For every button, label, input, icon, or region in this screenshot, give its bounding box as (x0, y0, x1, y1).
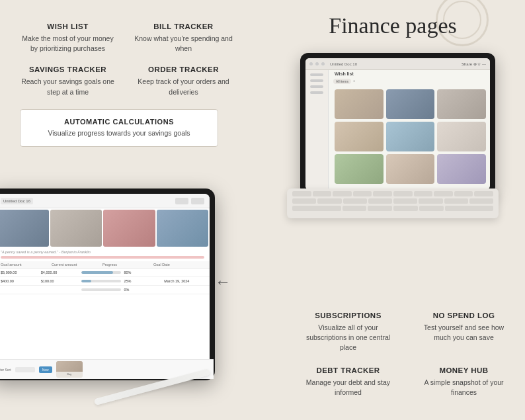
feature-money-hub: MONEY HUB A simple snapshot of your fina… (409, 364, 518, 400)
tablet-img-7 (335, 154, 384, 184)
sidebar-dot-2 (310, 79, 323, 82)
key (317, 198, 341, 204)
key (474, 191, 493, 196)
ss-share-btn[interactable] (175, 198, 188, 204)
wish-list-desc: Make the most of your money by prioritiz… (19, 34, 117, 54)
tablet-sidebar (305, 70, 329, 190)
features-left: WISH LIST Make the most of your money by… (0, 7, 251, 147)
spreadsheet-screen: Untitled Doc 16 "A penny saved is a penn… (0, 194, 210, 375)
key (313, 191, 332, 196)
ss-quote: "A penny saved is a penny earned." - Ben… (0, 248, 210, 256)
ss-thumbnail: Bag (56, 361, 83, 375)
tablet-img-8 (386, 154, 435, 184)
key (469, 198, 493, 204)
table-row-1: $5,000.00 $4,000.00 80% (0, 269, 210, 277)
key (419, 206, 444, 211)
sidebar-dot-3 (310, 85, 323, 88)
auto-calc-title: AUTOMATIC CALCULATIONS (32, 118, 206, 126)
key-row-2 (292, 198, 493, 204)
key (292, 191, 311, 196)
ss-col-goal: Goal amount (1, 263, 52, 267)
ss-header: Untitled Doc 16 (0, 194, 210, 208)
ss-goal-1: $5,000.00 (1, 271, 41, 274)
tablet-dot-1 (309, 62, 313, 65)
ss-progress-fill-1 (81, 271, 114, 274)
key (353, 191, 372, 196)
ss-goal-2: $400.00 (1, 279, 41, 283)
key (368, 198, 392, 204)
finance-title-section: Finance pages (274, 13, 512, 42)
key (343, 198, 367, 204)
auto-calc-box: AUTOMATIC CALCULATIONS Visualize progres… (20, 109, 218, 147)
auto-calc-desc: Visualize progress towards your savings … (32, 128, 206, 138)
key (419, 198, 442, 204)
ss-new-button[interactable]: New (39, 366, 52, 373)
key (414, 191, 433, 196)
feature-subscriptions: SUBSCRIPTIONS Visualize all of your subs… (294, 309, 403, 356)
ss-col-current: Current amount (52, 263, 102, 267)
feature-bill-tracker: BILL TRACKER Know what you're spending a… (129, 20, 238, 56)
key (454, 191, 473, 196)
tablet-img-9 (437, 154, 486, 184)
key (373, 191, 392, 196)
ss-image-2 (50, 210, 102, 247)
key (393, 198, 417, 204)
key (292, 198, 316, 204)
ss-progress-2 (81, 280, 122, 282)
ss-col-progress: Progress (102, 263, 153, 267)
key-row-3 (292, 206, 493, 211)
tablet-img-4 (335, 122, 384, 151)
ss-current-2: $100.00 (41, 279, 81, 283)
tablet-filter-row: All items + (331, 77, 490, 85)
sidebar-dot-1 (310, 73, 323, 76)
ss-progress-1 (81, 271, 122, 274)
key (333, 191, 352, 196)
key (393, 191, 413, 196)
features-bottom-right: SUBSCRIPTIONS Visualize all of your subs… (294, 309, 518, 400)
money-hub-title: MONEY HUB (415, 366, 513, 374)
tablet-img-3 (437, 89, 486, 119)
table-row-2: $400.00 $100.00 25% March 19, 2024 (0, 277, 210, 286)
ss-thumb-image (56, 361, 83, 372)
tablet-device: Untitled Doc 10 Share ⊕ ✩ ⋯ Wish list Al… (287, 53, 505, 218)
key-return (445, 206, 494, 211)
order-tracker-desc: Keep track of your orders and deliveries (134, 77, 233, 97)
ss-date-val-2: March 19, 2024 (164, 279, 204, 283)
tablet-dot-2 (315, 62, 319, 65)
ss-pct-2: 25% (121, 279, 164, 283)
sidebar-dot-4 (310, 91, 323, 94)
tablet-dot-3 (321, 62, 325, 65)
tablet-screen: Untitled Doc 10 Share ⊕ ✩ ⋯ Wish list Al… (305, 58, 490, 190)
ss-images-row (0, 208, 210, 248)
ss-progress-3 (81, 288, 122, 291)
ss-image-4 (157, 210, 209, 247)
ss-star-btn[interactable] (191, 198, 204, 204)
filter-sep: + (353, 79, 355, 84)
key-row-1 (292, 191, 493, 196)
key (343, 206, 367, 211)
tablet-actions: Share ⊕ ✩ ⋯ (462, 62, 486, 66)
ss-bottom-bar: Filter Sort New Bag (0, 359, 210, 375)
ss-current-1: $4,000.00 (41, 271, 81, 274)
ss-col-date: Goal Date (153, 263, 204, 267)
key (368, 206, 392, 211)
tablet-main-content: Wish list All items + (331, 70, 490, 188)
ss-date-1: 80% (121, 271, 164, 274)
key (444, 198, 468, 204)
debt-tracker-title: DEBT TRACKER (299, 366, 397, 374)
ss-tab-label: Untitled Doc 16 (1, 198, 33, 204)
subscriptions-desc: Visualize all of your subscriptions in o… (299, 323, 397, 353)
debt-tracker-desc: Manage your debt and stay informed (299, 378, 397, 398)
arrow-left-icon: ← (215, 273, 231, 291)
ss-image-3 (103, 210, 155, 247)
ss-pct-3: 0% (121, 288, 164, 292)
ss-table-header: Goal amount Current amount Progress Goal… (0, 261, 210, 269)
tablet-frame: Untitled Doc 10 Share ⊕ ✩ ⋯ Wish list Al… (300, 53, 495, 195)
feature-wish-list: WISH LIST Make the most of your money by… (13, 20, 122, 56)
ss-search-box[interactable] (15, 367, 35, 372)
tablet-tab-label: Untitled Doc 10 (330, 62, 357, 66)
tablet-keyboard (287, 189, 499, 218)
ss-pink-bar (1, 256, 204, 259)
feature-no-spend-log: NO SPEND LOG Test yourself and see how m… (409, 309, 518, 356)
key (393, 206, 418, 211)
